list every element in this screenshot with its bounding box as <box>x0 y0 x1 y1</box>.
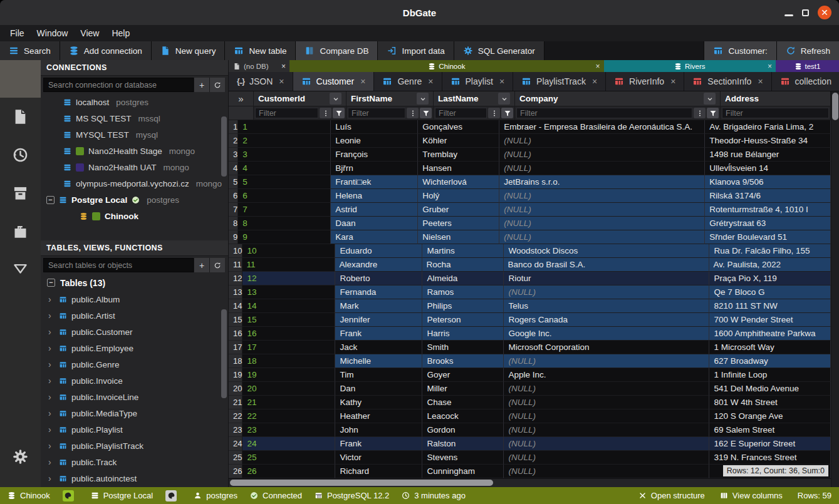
column-header[interactable]: CustomerId <box>254 91 347 106</box>
chevron-right-icon[interactable]: › <box>48 392 55 402</box>
table-row[interactable]: 1 1 Luís Gonçalves Embraer - Empresa Bra… <box>229 120 831 134</box>
toolbar-button[interactable]: Customer: <box>704 41 776 60</box>
menu-item[interactable]: File <box>4 28 31 38</box>
table-row[interactable]: 7 7 Astrid Gruber (NULL) Rotenturmstraße… <box>229 203 831 217</box>
cell-customerid[interactable]: 19 <box>242 368 335 382</box>
tab[interactable]: {..} JSON × <box>229 72 293 91</box>
table-row[interactable]: 16 16 Frank Harris Google Inc. 1600 Amph… <box>229 327 831 341</box>
collapse-expander-icon[interactable]: − <box>46 196 55 204</box>
tab[interactable]: PlaylistTrack × <box>513 72 606 91</box>
cell-firstname[interactable]: John <box>335 423 422 437</box>
table-row[interactable]: 21 21 Kathy Chase (NULL) 801 W 4th Stree… <box>229 396 831 409</box>
table-item[interactable]: › public.Artist <box>41 307 228 324</box>
close-icon[interactable]: × <box>281 62 286 71</box>
table-item[interactable]: › public.Employee <box>41 340 228 356</box>
row-number[interactable]: 21 <box>229 396 242 409</box>
row-number[interactable]: 13 <box>229 285 242 299</box>
cell-company[interactable]: (NULL) <box>499 162 705 175</box>
table-item[interactable]: › public.Genre <box>41 356 228 373</box>
connection-item[interactable]: localhost postgres <box>41 94 228 110</box>
cell-company[interactable]: (NULL) <box>499 230 705 244</box>
connection-item[interactable]: olympus-medportal.vychozi.cz mongo <box>41 175 228 192</box>
close-icon[interactable]: × <box>768 62 772 71</box>
table-item[interactable]: › public.Invoice <box>41 373 228 389</box>
cell-customerid[interactable]: 21 <box>242 396 335 409</box>
cell-customerid[interactable]: 11 <box>242 258 335 272</box>
maximize-button[interactable] <box>802 9 809 16</box>
cell-firstname[interactable]: Frank <box>335 327 422 341</box>
close-icon[interactable]: × <box>592 76 597 86</box>
row-number[interactable]: 26 <box>229 465 242 478</box>
row-number[interactable]: 24 <box>229 437 242 451</box>
sidebar-icon-slot[interactable] <box>0 136 41 174</box>
filter-input[interactable] <box>435 108 487 118</box>
table-row[interactable]: 4 4 Bjřrn Hansen (NULL) Ullevĺlsveien 14 <box>229 162 831 175</box>
cell-firstname[interactable]: Fernanda <box>335 285 422 299</box>
cell-company[interactable]: Woodstock Discos <box>504 244 709 258</box>
column-menu-button[interactable] <box>330 93 341 105</box>
cell-lastname[interactable]: Ramos <box>422 285 504 299</box>
table-row[interactable]: 23 23 John Gordon (NULL) 69 Salem Street <box>229 423 831 437</box>
add-connection-icon-button[interactable]: + <box>194 78 209 92</box>
cell-customerid[interactable]: 15 <box>242 313 335 327</box>
cell-lastname[interactable]: Holý <box>418 189 499 203</box>
chevron-right-icon[interactable]: › <box>48 473 55 483</box>
table-row[interactable]: 17 17 Jack Smith Microsoft Corporation 1… <box>229 341 831 354</box>
cell-address[interactable]: Klanova 9/506 <box>705 175 831 189</box>
table-row[interactable]: 3 3 François Tremblay (NULL) 1498 rue Bé… <box>229 148 831 162</box>
status-item[interactable]: PostgreSQL 12.2 <box>315 491 389 500</box>
cell-company[interactable]: (NULL) <box>504 396 709 409</box>
table-row[interactable]: 6 6 Helena Holý (NULL) Rilská 3174/6 <box>229 189 831 203</box>
tables-group-row[interactable]: − Tables (13) <box>41 274 228 291</box>
table-row[interactable]: 8 8 Daan Peeters (NULL) Grétrystraat 63 <box>229 217 831 230</box>
cell-customerid[interactable]: 8 <box>238 217 331 230</box>
menu-item[interactable]: Help <box>105 28 136 38</box>
tab-group[interactable]: (no DB) × <box>229 60 289 72</box>
row-number[interactable]: 8 <box>229 217 238 230</box>
cell-lastname[interactable]: Stevens <box>422 451 504 465</box>
cell-customerid[interactable]: 2 <box>238 134 331 148</box>
toolbar-button[interactable]: SQL Generator <box>454 41 545 60</box>
column-header[interactable]: LastName <box>434 91 515 106</box>
filter-input[interactable] <box>348 108 405 118</box>
cell-firstname[interactable]: Heather <box>335 409 422 423</box>
cell-firstname[interactable]: Daan <box>331 217 418 230</box>
cell-customerid[interactable]: 23 <box>242 423 335 437</box>
cell-firstname[interactable]: Astrid <box>331 203 418 217</box>
table-item[interactable]: › public.InvoiceLine <box>41 389 228 405</box>
cell-customerid[interactable]: 12 <box>242 272 335 285</box>
connection-item[interactable]: − Postgre Local postgres <box>41 192 228 208</box>
tab[interactable]: collection <box>772 72 839 91</box>
add-table-icon-button[interactable]: + <box>194 258 209 272</box>
table-row[interactable]: 24 24 Frank Ralston (NULL) 162 E Superio… <box>229 437 831 451</box>
table-item[interactable]: › public.PlaylistTrack <box>41 438 228 454</box>
table-row[interactable]: 15 15 Jennifer Peterson Rogers Canada 70… <box>229 313 831 327</box>
cell-lastname[interactable]: Miller <box>422 382 504 396</box>
filter-menu-button[interactable] <box>407 108 419 118</box>
cell-lastname[interactable]: Peterson <box>422 313 504 327</box>
chevron-right-icon[interactable]: › <box>48 424 55 435</box>
cell-firstname[interactable]: Frank <box>335 437 422 451</box>
cell-firstname[interactable]: Franti□ek <box>331 175 418 189</box>
close-button[interactable]: ✕ <box>818 6 831 19</box>
row-number[interactable]: 9 <box>229 230 238 244</box>
cell-customerid[interactable]: 5 <box>238 175 331 189</box>
row-number[interactable]: 4 <box>229 162 238 175</box>
cell-firstname[interactable]: Jennifer <box>335 313 422 327</box>
chevron-right-icon[interactable]: › <box>48 294 55 304</box>
chevron-right-icon[interactable]: › <box>48 327 55 337</box>
status-item[interactable]: 3 minutes ago <box>402 491 466 500</box>
cell-customerid[interactable]: 22 <box>242 409 335 423</box>
table-item[interactable]: › public.Playlist <box>41 421 228 438</box>
cell-company[interactable]: (NULL) <box>504 409 709 423</box>
toolbar-button[interactable]: New query <box>152 41 226 60</box>
cell-address[interactable]: 627 Broadway <box>709 354 831 368</box>
connection-item[interactable]: Nano2Health UAT mongo <box>41 159 228 175</box>
row-number[interactable]: 25 <box>229 451 242 465</box>
toolbar-button[interactable]: Refresh <box>776 41 839 60</box>
row-number[interactable]: 3 <box>229 148 238 162</box>
sidebar-icon-slot[interactable] <box>0 250 41 289</box>
cell-firstname[interactable]: Tim <box>335 368 422 382</box>
cell-company[interactable]: (NULL) <box>504 465 709 478</box>
cell-lastname[interactable]: Nielsen <box>418 230 499 244</box>
